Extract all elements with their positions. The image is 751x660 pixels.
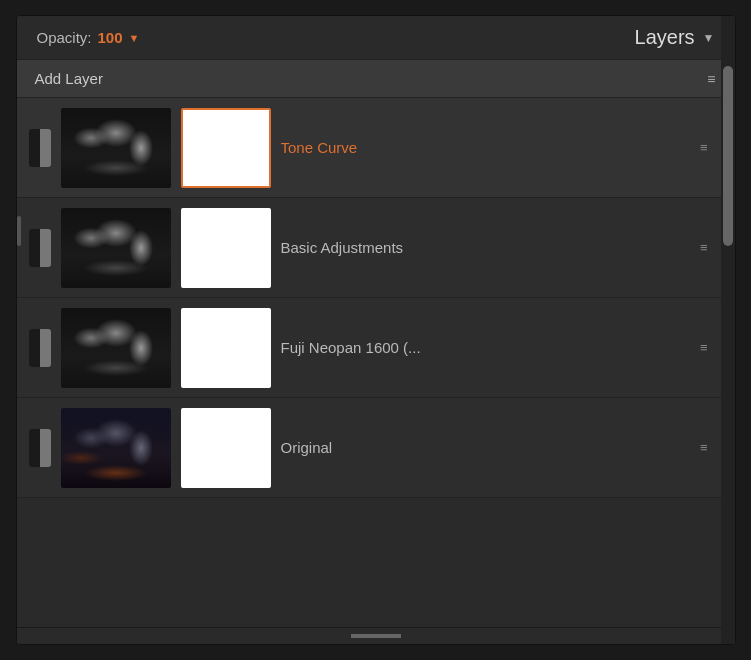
layer-preview-thumbnail[interactable]: [181, 308, 271, 388]
resize-handle[interactable]: [351, 634, 401, 638]
layer-preview-thumbnail[interactable]: [181, 108, 271, 188]
opacity-dropdown-icon[interactable]: ▼: [129, 32, 140, 44]
layer-visibility-toggle[interactable]: [29, 229, 51, 267]
layers-list: Tone Curve ≡ Basic Adjustments ≡ Fuji Ne…: [17, 98, 735, 627]
panel-title: Layers: [635, 26, 695, 49]
layers-panel: Opacity: 100 ▼ Layers ▼ Add Layer ≡ Tone…: [16, 15, 736, 645]
layer-thumbnail: [61, 308, 171, 388]
layer-row[interactable]: Fuji Neopan 1600 (... ≡: [17, 298, 721, 398]
thumbnail-image: [61, 408, 171, 488]
scrollbar[interactable]: [721, 16, 735, 644]
scrollbar-thumb[interactable]: [723, 66, 733, 246]
bottom-bar: [17, 627, 735, 644]
layer-menu-icon[interactable]: ≡: [700, 340, 709, 355]
layer-preview-thumbnail[interactable]: [181, 208, 271, 288]
layer-thumbnail: [61, 408, 171, 488]
add-layer-bar[interactable]: Add Layer ≡: [17, 59, 735, 98]
add-layer-menu-icon[interactable]: ≡: [707, 71, 716, 87]
layer-row[interactable]: Basic Adjustments ≡: [17, 198, 721, 298]
thumbnail-image: [61, 208, 171, 288]
layer-menu-icon[interactable]: ≡: [700, 240, 709, 255]
layer-name: Basic Adjustments: [281, 239, 690, 256]
opacity-group: Opacity: 100 ▼: [37, 29, 140, 46]
opacity-value[interactable]: 100: [98, 29, 123, 46]
thumbnail-image: [61, 108, 171, 188]
left-edge-indicator: [17, 216, 21, 246]
panel-header: Opacity: 100 ▼ Layers ▼: [17, 16, 735, 59]
layer-name: Original: [281, 439, 690, 456]
layer-thumbnail: [61, 208, 171, 288]
title-group: Layers ▼: [635, 26, 715, 49]
opacity-label: Opacity:: [37, 29, 92, 46]
thumbnail-image: [61, 308, 171, 388]
layer-visibility-toggle[interactable]: [29, 429, 51, 467]
layer-name: Fuji Neopan 1600 (...: [281, 339, 690, 356]
layer-row[interactable]: Tone Curve ≡: [17, 98, 721, 198]
layer-preview-thumbnail[interactable]: [181, 408, 271, 488]
add-layer-label: Add Layer: [35, 70, 103, 87]
layer-row[interactable]: Original ≡: [17, 398, 721, 498]
layer-visibility-toggle[interactable]: [29, 129, 51, 167]
layer-menu-icon[interactable]: ≡: [700, 140, 709, 155]
layer-name: Tone Curve: [281, 139, 690, 156]
layer-visibility-toggle[interactable]: [29, 329, 51, 367]
layer-menu-icon[interactable]: ≡: [700, 440, 709, 455]
panel-title-dropdown-icon[interactable]: ▼: [703, 31, 715, 45]
layer-thumbnail: [61, 108, 171, 188]
